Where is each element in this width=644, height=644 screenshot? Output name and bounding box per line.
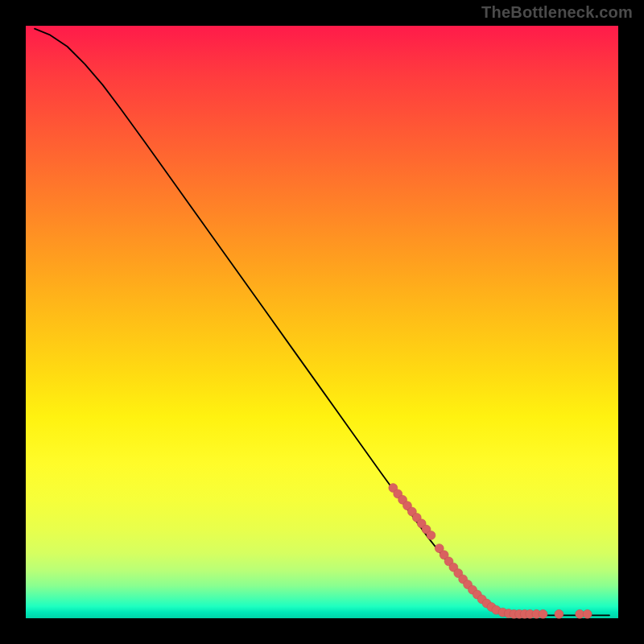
data-point [555, 609, 564, 618]
data-point [539, 609, 547, 618]
data-point [583, 609, 592, 618]
chart-container: TheBottleneck.com [0, 0, 644, 644]
plot-area [26, 26, 618, 618]
data-point [427, 530, 436, 539]
curve-line [35, 29, 609, 616]
watermark-label: TheBottleneck.com [481, 3, 633, 22]
data-points [389, 484, 592, 619]
chart-svg [26, 26, 618, 618]
